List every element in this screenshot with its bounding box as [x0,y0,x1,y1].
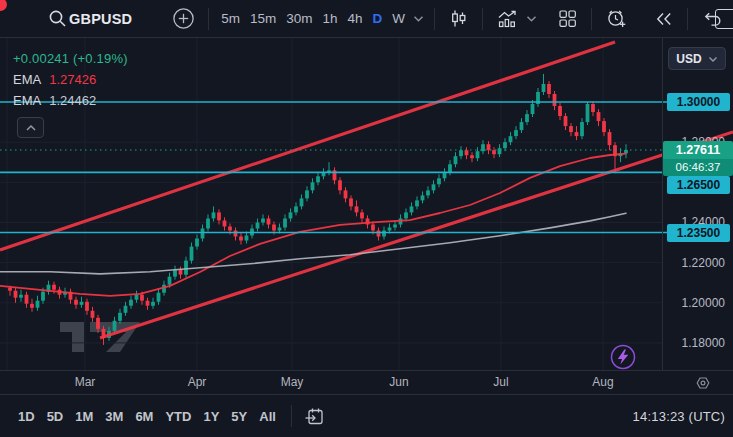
alarm-clock-plus-icon [605,7,628,30]
price-change-label: +0.00241 (+0.19%) [13,48,128,69]
month-label-jun: Jun [389,375,408,389]
interval-30m[interactable]: 30m [281,5,317,33]
toolbar-separator [291,405,292,427]
compare-add-button[interactable] [166,5,201,33]
ema-label: EMA [13,93,41,108]
interval-4h[interactable]: 4h [343,5,368,33]
toolbar-separator [434,8,435,30]
chart-legend: +0.00241 (+0.19%) EMA 1.27426 EMA 1.2446… [13,48,128,111]
interval-5m[interactable]: 5m [216,5,245,33]
price-level-badge: 1.26500 [667,176,730,194]
ema-value: 1.24462 [49,93,96,108]
range-ytd[interactable]: YTD [159,405,197,428]
go-to-date-button[interactable] [301,402,328,430]
month-label-apr: Apr [188,375,207,389]
month-label-may: May [281,375,304,389]
month-label-aug: Aug [592,375,613,389]
bar-replay-button[interactable] [648,5,680,33]
chevron-down-icon [526,14,537,23]
interval-15m[interactable]: 15m [245,5,281,33]
month-label-jul: Jul [493,375,508,389]
indicators-icon [496,9,519,29]
range-5d[interactable]: 5D [41,405,70,428]
currency-label: USD [676,52,701,66]
price-axis[interactable]: USD 1.280001.240001.220001.200001.18000 … [662,38,733,370]
chevron-up-icon [25,124,37,132]
indicator-row-ema-fast[interactable]: EMA 1.27426 [13,69,128,90]
range-5y[interactable]: 5Y [225,405,253,428]
grid-layout-icon [557,8,578,29]
candlestick-style-icon [448,8,469,29]
ema-label: EMA [13,72,41,87]
toolbar-separator [591,8,592,30]
chart-style-button[interactable] [442,5,475,33]
toolbar-separator [687,8,688,30]
lightning-bolt-icon [609,343,637,371]
interval-1h[interactable]: 1h [318,5,343,33]
axis-settings-button[interactable] [695,375,711,391]
currency-toggle-button[interactable]: USD [668,47,726,70]
notification-dot [0,0,7,11]
symbol-search-button[interactable]: GBPUSD [42,5,142,33]
calendar-arrow-icon [304,406,325,427]
range-1m[interactable]: 1M [69,405,99,428]
top-toolbar: GBPUSD 5m 15m 30m 1h 4h D W [0,0,733,38]
layout-grid-button[interactable] [551,5,584,33]
chevron-down-icon [413,14,424,23]
plus-circle-icon [172,7,195,30]
search-icon [48,9,67,28]
range-6m[interactable]: 6M [129,405,159,428]
price-axis-label: 1.18000 [682,335,725,351]
server-clock[interactable]: 14:13:23 (UTC) [633,409,725,424]
indicators-button[interactable] [490,5,543,33]
save-layout-button[interactable] [715,9,733,29]
boost-button[interactable] [609,343,637,371]
price-axis-label: 1.20000 [682,295,725,311]
current-price-value: 1.27611 [663,141,733,159]
toolbar-separator [208,8,209,30]
range-3m[interactable]: 3M [99,405,129,428]
range-1d[interactable]: 1D [12,405,41,428]
interval-1w[interactable]: W [387,5,410,33]
range-1y[interactable]: 1Y [197,405,225,428]
symbol-name: GBPUSD [67,11,136,27]
month-label-mar: Mar [75,375,96,389]
chevron-down-icon [708,55,718,63]
bar-countdown-timer: 06:46:37 [663,159,733,176]
create-alert-button[interactable] [599,5,634,33]
current-price-badge: 1.27611 06:46:37 [663,141,733,176]
indicator-row-ema-slow[interactable]: EMA 1.24462 [13,90,128,111]
price-axis-label: 1.22000 [682,255,725,271]
replay-rewind-icon [654,9,674,29]
interval-dropdown-button[interactable] [410,5,427,33]
time-axis[interactable]: MarAprMayJunJulAug [0,370,733,394]
ema-value: 1.27426 [49,72,96,87]
gear-icon [695,375,711,391]
legend-collapse-button[interactable] [17,117,44,138]
tradingview-chart-app: GBPUSD 5m 15m 30m 1h 4h D W [0,0,733,437]
price-level-badge: 1.23500 [667,224,730,242]
interval-1d-active[interactable]: D [368,5,388,33]
price-level-badge: 1.30000 [667,93,730,111]
range-all[interactable]: All [253,405,282,428]
bottom-toolbar: 1D 5D 1M 3M 6M YTD 1Y 5Y All 14:13:23 (U… [0,394,733,437]
toolbar-separator [482,8,483,30]
